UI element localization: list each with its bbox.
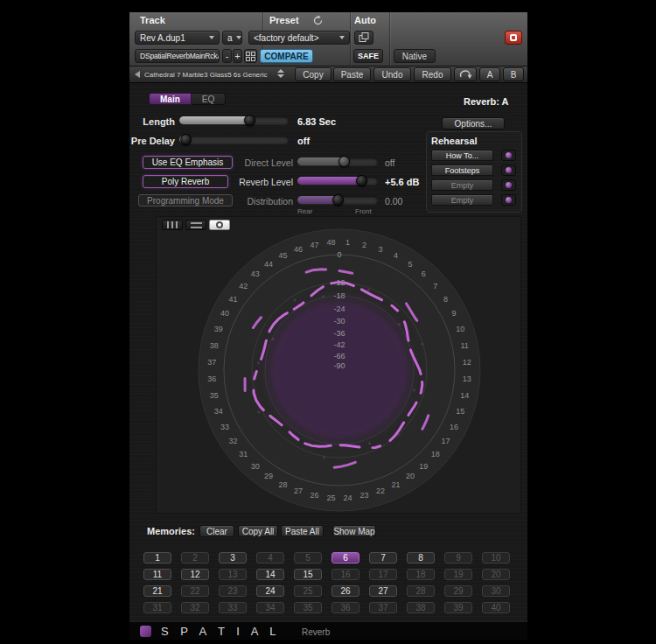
rehearsal-play-toggle[interactable] [501,179,516,191]
memory-slot-26[interactable]: 26 [331,585,359,597]
track-letter-selector[interactable]: a [222,31,242,45]
memory-slot-19[interactable]: 19 [444,569,472,580]
memory-slot-14[interactable]: 14 [256,569,284,580]
swap-ab-button[interactable] [454,67,477,81]
memory-slot-20[interactable]: 20 [482,569,510,580]
rehearsal-play-toggle[interactable] [501,194,516,206]
slider-thumb[interactable] [356,175,367,186]
programming-mode-button[interactable]: Programming Mode [138,194,233,206]
radar-position-label: 10 [456,325,464,333]
memory-slot-36[interactable]: 36 [331,602,359,613]
memory-slot-28[interactable]: 28 [407,585,435,597]
slider-thumb[interactable] [180,134,192,145]
preset-nav-icon[interactable] [135,71,140,78]
copy-preset-button[interactable] [354,31,373,45]
memory-slot-9[interactable]: 9 [444,552,472,564]
rehearsal-play-toggle[interactable] [501,164,516,176]
redo-button[interactable]: Redo [414,67,451,81]
slider-thumb[interactable] [244,115,255,126]
insert-previous-button[interactable]: - [222,49,232,63]
slider-thumb[interactable] [338,156,350,167]
processing-format-button[interactable]: Native [394,49,436,63]
memory-slot-13[interactable]: 13 [219,569,247,580]
memory-slot-1[interactable]: 1 [143,552,171,564]
memory-slot-21[interactable]: 21 [143,585,171,597]
reverb-bank-label: Reverb: A [464,96,509,107]
compare-button[interactable]: COMPARE [260,49,313,63]
memory-slot-38[interactable]: 38 [407,602,435,613]
direct-level-slider[interactable] [297,156,378,167]
direct-level-value: off [385,158,394,168]
reverb-level-slider[interactable] [297,175,378,186]
purple-led-icon [506,152,512,158]
memory-slot-7[interactable]: 7 [369,552,397,564]
memories-paste-all-button[interactable]: Paste All [281,525,324,537]
memory-slot-18[interactable]: 18 [407,569,435,580]
distribution-slider[interactable] [297,194,378,206]
memory-slot-29[interactable]: 29 [444,585,472,597]
compare-b-button[interactable]: B [503,67,524,81]
memory-slot-39[interactable]: 39 [444,602,472,613]
memory-slot-8[interactable]: 8 [407,552,435,564]
memory-slot-32[interactable]: 32 [181,602,209,613]
preset-refresh-icon[interactable] [312,15,324,26]
rehearsal-play-toggle[interactable] [501,150,516,161]
memory-slot-23[interactable]: 23 [219,585,247,597]
memory-slot-16[interactable]: 16 [331,569,359,580]
memory-slot-33[interactable]: 33 [219,602,247,613]
memory-slot-5[interactable]: 5 [294,552,322,564]
memories-show-map-button[interactable]: Show Map [332,525,376,537]
memory-slot-25[interactable]: 25 [294,585,322,597]
options-button[interactable]: Options... [442,117,505,130]
rehearsal-empty-button[interactable]: Empty [431,194,493,206]
copy-button[interactable]: Copy [295,67,331,81]
paste-button[interactable]: Paste [333,67,371,81]
settings-menu-button[interactable] [244,49,257,63]
tab-main[interactable]: Main [149,93,192,105]
insert-next-button[interactable]: + [233,49,242,63]
slider-thumb[interactable] [332,194,344,206]
memory-slot-4[interactable]: 4 [256,552,284,564]
rehearsal-empty-button[interactable]: Empty [431,179,493,191]
memories-copy-all-button[interactable]: Copy All [238,525,278,537]
memory-slot-34[interactable]: 34 [256,602,284,613]
compare-a-button[interactable]: A [479,67,500,81]
memory-slot-12[interactable]: 12 [181,569,209,580]
plugin-body: Main EQ Reverb: A Length 6.83 Sec Option… [129,83,527,621]
tab-eq[interactable]: EQ [192,93,226,105]
rehearsal-footsteps-button[interactable]: Footsteps [431,164,493,176]
memory-slot-22[interactable]: 22 [181,585,209,597]
memory-slot-11[interactable]: 11 [143,569,171,580]
memory-slot-40[interactable]: 40 [482,602,510,613]
memory-slot-27[interactable]: 27 [369,585,397,597]
undo-button[interactable]: Undo [373,67,411,81]
memory-slot-31[interactable]: 31 [143,602,171,613]
length-slider[interactable] [179,115,289,126]
memories-clear-button[interactable]: Clear [199,525,234,537]
memory-slot-17[interactable]: 17 [369,569,397,580]
memory-slot-15[interactable]: 15 [294,569,322,580]
safe-button[interactable]: SAFE [353,49,383,63]
memory-slot-35[interactable]: 35 [294,602,322,613]
protools-plugin-header: Track Preset Auto Rev A.dup1 a <factory … [129,12,527,66]
memory-slot-37[interactable]: 37 [369,602,397,613]
memory-slot-3[interactable]: 3 [219,552,247,564]
memory-slot-2[interactable]: 2 [181,552,209,564]
memory-slot-24[interactable]: 24 [256,585,284,597]
poly-reverb-button[interactable]: Poly Reverb [143,175,228,188]
radar-position-label: 25 [326,494,335,502]
automation-indicator-button[interactable] [505,31,522,45]
memory-slot-30[interactable]: 30 [482,585,510,597]
radar-plot[interactable]: 0-12-18-24-30-36-42-66-90123456789101112… [157,217,521,514]
memory-slot-6[interactable]: 6 [331,552,359,564]
preset-selector[interactable]: <factory default> [248,31,350,45]
plugin-selector[interactable]: DSpatialReverbMainRckA [135,49,220,63]
track-selector[interactable]: Rev A.dup1 [135,31,220,45]
memory-slot-10[interactable]: 10 [482,552,510,564]
plugin-preset-title[interactable]: Cathedral 7 Marble3 Glass5 6s Generic [144,71,276,79]
rehearsal-how-to-button[interactable]: How To... [431,150,493,161]
pre-delay-slider[interactable] [179,134,289,145]
use-eq-emphasis-button[interactable]: Use EQ Emphasis [143,156,233,169]
direct-level-label: Direct Level [233,158,293,168]
preset-stepper[interactable] [277,69,284,78]
